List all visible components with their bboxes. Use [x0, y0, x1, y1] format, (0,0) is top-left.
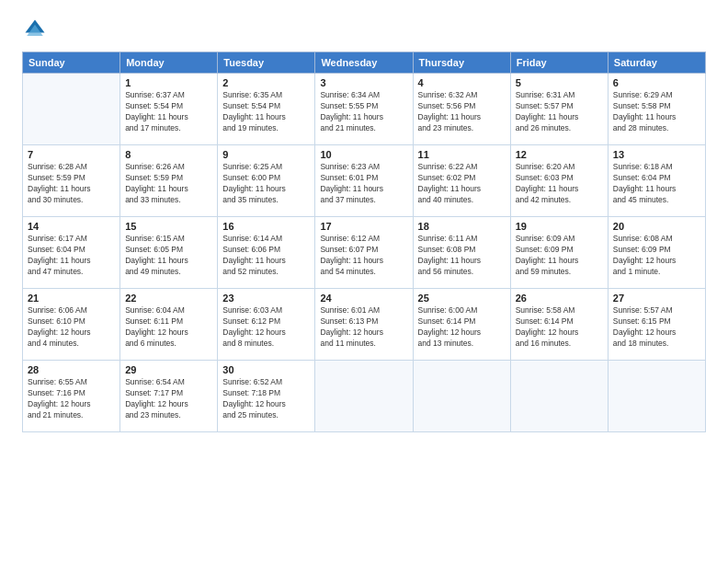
header: [22, 17, 706, 42]
day-info-line: Daylight: 12 hours: [516, 327, 603, 339]
day-info-line: and 1 minute.: [613, 267, 700, 278]
day-info-line: Sunset: 6:14 PM: [516, 316, 603, 327]
day-info: Sunrise: 6:04 AMSunset: 6:11 PMDaylight:…: [125, 305, 212, 350]
day-number: 5: [516, 77, 603, 88]
calendar-header-row: SundayMondayTuesdayWednesdayThursdayFrid…: [23, 52, 706, 74]
day-info-line: Sunrise: 6:14 AM: [222, 234, 310, 245]
page: SundayMondayTuesdayWednesdayThursdayFrid…: [0, 0, 728, 442]
day-info-line: Daylight: 12 hours: [613, 256, 700, 267]
day-info: Sunrise: 6:55 AMSunset: 7:16 PMDaylight:…: [28, 377, 115, 421]
day-info-line: and 17 minutes.: [125, 123, 212, 134]
day-info-line: Sunset: 6:03 PM: [516, 173, 603, 184]
day-info-line: Sunset: 5:59 PM: [125, 173, 212, 184]
day-info-line: Sunrise: 6:28 AM: [28, 162, 115, 173]
weekday-header-wednesday: Wednesday: [315, 52, 413, 74]
day-info-line: Sunrise: 6:15 AM: [125, 234, 212, 245]
day-info: Sunrise: 5:58 AMSunset: 6:14 PMDaylight:…: [516, 305, 603, 350]
calendar-cell: 2Sunrise: 6:35 AMSunset: 5:54 PMDaylight…: [218, 74, 315, 145]
day-info-line: and 28 minutes.: [613, 123, 700, 134]
day-info-line: Sunrise: 6:09 AM: [516, 234, 603, 245]
calendar-week-3: 14Sunrise: 6:17 AMSunset: 6:04 PMDayligh…: [23, 217, 706, 289]
day-info-line: Daylight: 11 hours: [613, 184, 700, 195]
day-info: Sunrise: 6:34 AMSunset: 5:55 PMDaylight:…: [320, 90, 407, 134]
day-info: Sunrise: 6:25 AMSunset: 6:00 PMDaylight:…: [222, 162, 310, 206]
calendar-cell: 9Sunrise: 6:25 AMSunset: 6:00 PMDaylight…: [218, 145, 315, 217]
day-info-line: and 37 minutes.: [320, 195, 407, 206]
day-info-line: Sunset: 6:10 PM: [28, 316, 115, 327]
calendar-cell: 19Sunrise: 6:09 AMSunset: 6:09 PMDayligh…: [510, 217, 608, 289]
calendar-cell: [608, 361, 705, 432]
day-info: Sunrise: 6:22 AMSunset: 6:02 PMDaylight:…: [418, 162, 506, 206]
day-number: 11: [418, 149, 506, 160]
day-info-line: Daylight: 12 hours: [222, 399, 310, 410]
day-info-line: Sunrise: 6:23 AM: [320, 162, 407, 173]
day-info: Sunrise: 6:12 AMSunset: 6:07 PMDaylight:…: [320, 234, 407, 278]
day-info-line: Sunrise: 6:52 AM: [222, 377, 310, 388]
day-info-line: Daylight: 12 hours: [320, 327, 407, 339]
day-info: Sunrise: 6:00 AMSunset: 6:14 PMDaylight:…: [418, 305, 506, 350]
calendar-cell: 10Sunrise: 6:23 AMSunset: 6:01 PMDayligh…: [315, 145, 413, 217]
day-number: 4: [418, 77, 506, 88]
calendar-cell: 26Sunrise: 5:58 AMSunset: 6:14 PMDayligh…: [510, 289, 608, 361]
day-info-line: Sunset: 6:01 PM: [320, 173, 407, 184]
calendar-cell: 25Sunrise: 6:00 AMSunset: 6:14 PMDayligh…: [413, 289, 510, 361]
day-info-line: and 19 minutes.: [222, 123, 310, 134]
day-info-line: Sunrise: 6:17 AM: [28, 234, 115, 245]
day-number: 25: [418, 293, 506, 304]
day-info-line: Sunset: 6:12 PM: [222, 316, 310, 327]
day-number: 18: [418, 221, 506, 232]
weekday-header-thursday: Thursday: [413, 52, 510, 74]
day-info-line: and 4 minutes.: [28, 339, 115, 350]
day-info: Sunrise: 6:31 AMSunset: 5:57 PMDaylight:…: [516, 90, 603, 134]
day-info-line: Daylight: 12 hours: [28, 399, 115, 410]
day-info-line: Daylight: 11 hours: [320, 256, 407, 267]
day-info-line: Daylight: 11 hours: [125, 256, 212, 267]
day-info-line: Daylight: 11 hours: [125, 184, 212, 195]
day-number: 12: [516, 149, 603, 160]
day-info-line: and 33 minutes.: [125, 195, 212, 206]
day-info-line: Sunset: 6:07 PM: [320, 245, 407, 256]
day-info-line: and 13 minutes.: [418, 339, 506, 350]
day-number: 7: [28, 149, 115, 160]
day-info-line: Sunset: 6:15 PM: [613, 316, 700, 327]
calendar-cell: [315, 361, 413, 432]
calendar-cell: 18Sunrise: 6:11 AMSunset: 6:08 PMDayligh…: [413, 217, 510, 289]
day-info-line: Sunrise: 6:55 AM: [28, 377, 115, 388]
day-info-line: Daylight: 12 hours: [613, 327, 700, 339]
day-info-line: and 42 minutes.: [516, 195, 603, 206]
day-number: 15: [125, 221, 212, 232]
day-number: 20: [613, 221, 700, 232]
day-info-line: Daylight: 12 hours: [418, 327, 506, 339]
day-info-line: Sunrise: 6:03 AM: [222, 305, 310, 316]
day-info-line: Sunset: 5:54 PM: [125, 101, 212, 112]
day-info: Sunrise: 6:26 AMSunset: 5:59 PMDaylight:…: [125, 162, 212, 206]
day-info-line: Sunrise: 6:22 AM: [418, 162, 506, 173]
day-info-line: Sunset: 6:13 PM: [320, 316, 407, 327]
day-info-line: Sunset: 5:59 PM: [28, 173, 115, 184]
calendar-cell: 24Sunrise: 6:01 AMSunset: 6:13 PMDayligh…: [315, 289, 413, 361]
day-number: 28: [28, 364, 115, 375]
logo-icon: [22, 17, 48, 42]
day-info: Sunrise: 6:52 AMSunset: 7:18 PMDaylight:…: [222, 377, 310, 421]
day-info-line: and 59 minutes.: [516, 267, 603, 278]
day-info-line: Sunrise: 6:01 AM: [320, 305, 407, 316]
day-info-line: Sunset: 5:58 PM: [613, 101, 700, 112]
day-info-line: Sunset: 7:17 PM: [125, 388, 212, 399]
day-info-line: Daylight: 11 hours: [418, 112, 506, 123]
day-info: Sunrise: 6:15 AMSunset: 6:05 PMDaylight:…: [125, 234, 212, 278]
calendar-cell: [413, 361, 510, 432]
day-number: 9: [222, 149, 310, 160]
day-info-line: and 11 minutes.: [320, 339, 407, 350]
weekday-header-friday: Friday: [510, 52, 608, 74]
weekday-header-sunday: Sunday: [23, 52, 120, 74]
day-info: Sunrise: 6:37 AMSunset: 5:54 PMDaylight:…: [125, 90, 212, 134]
day-info-line: Daylight: 11 hours: [613, 112, 700, 123]
day-info-line: Sunrise: 6:11 AM: [418, 234, 506, 245]
day-info-line: Sunset: 6:05 PM: [125, 245, 212, 256]
day-info-line: Sunrise: 6:37 AM: [125, 90, 212, 101]
calendar-week-1: 1Sunrise: 6:37 AMSunset: 5:54 PMDaylight…: [23, 74, 706, 145]
day-info: Sunrise: 6:32 AMSunset: 5:56 PMDaylight:…: [418, 90, 506, 134]
day-info-line: and 54 minutes.: [320, 267, 407, 278]
day-info-line: Sunrise: 5:58 AM: [516, 305, 603, 316]
day-info-line: Daylight: 11 hours: [222, 112, 310, 123]
